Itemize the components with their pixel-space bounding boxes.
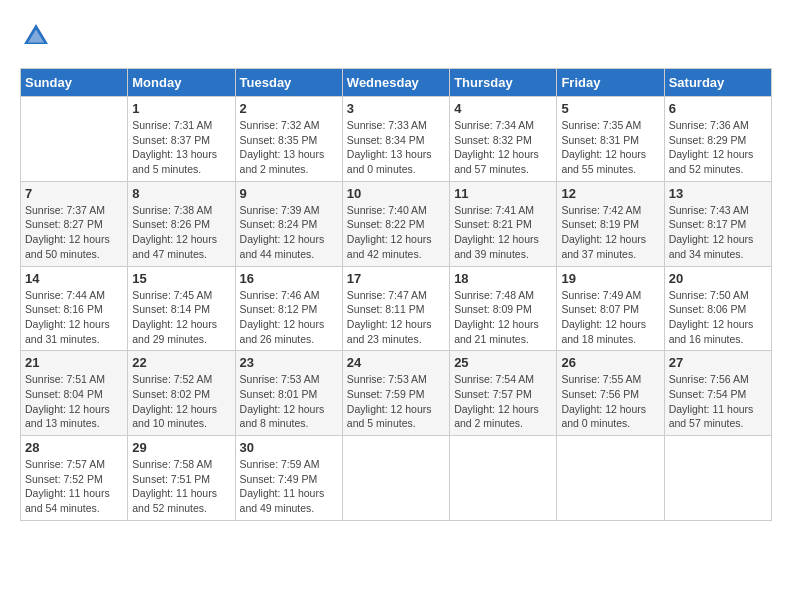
calendar-cell: 13Sunrise: 7:43 AM Sunset: 8:17 PM Dayli… [664,181,771,266]
calendar-cell: 28Sunrise: 7:57 AM Sunset: 7:52 PM Dayli… [21,436,128,521]
calendar-cell: 24Sunrise: 7:53 AM Sunset: 7:59 PM Dayli… [342,351,449,436]
calendar-cell: 8Sunrise: 7:38 AM Sunset: 8:26 PM Daylig… [128,181,235,266]
day-info: Sunrise: 7:51 AM Sunset: 8:04 PM Dayligh… [25,372,123,431]
calendar-cell: 20Sunrise: 7:50 AM Sunset: 8:06 PM Dayli… [664,266,771,351]
calendar-cell: 16Sunrise: 7:46 AM Sunset: 8:12 PM Dayli… [235,266,342,351]
calendar-cell: 14Sunrise: 7:44 AM Sunset: 8:16 PM Dayli… [21,266,128,351]
calendar-cell [21,97,128,182]
day-header-sunday: Sunday [21,69,128,97]
day-number: 17 [347,271,445,286]
day-number: 11 [454,186,552,201]
day-info: Sunrise: 7:31 AM Sunset: 8:37 PM Dayligh… [132,118,230,177]
day-info: Sunrise: 7:48 AM Sunset: 8:09 PM Dayligh… [454,288,552,347]
day-number: 10 [347,186,445,201]
day-info: Sunrise: 7:40 AM Sunset: 8:22 PM Dayligh… [347,203,445,262]
day-info: Sunrise: 7:35 AM Sunset: 8:31 PM Dayligh… [561,118,659,177]
day-header-monday: Monday [128,69,235,97]
day-number: 12 [561,186,659,201]
logo [20,20,58,52]
days-header-row: SundayMondayTuesdayWednesdayThursdayFrid… [21,69,772,97]
calendar-table: SundayMondayTuesdayWednesdayThursdayFrid… [20,68,772,521]
calendar-cell: 21Sunrise: 7:51 AM Sunset: 8:04 PM Dayli… [21,351,128,436]
calendar-cell: 25Sunrise: 7:54 AM Sunset: 7:57 PM Dayli… [450,351,557,436]
day-info: Sunrise: 7:37 AM Sunset: 8:27 PM Dayligh… [25,203,123,262]
day-number: 1 [132,101,230,116]
day-info: Sunrise: 7:56 AM Sunset: 7:54 PM Dayligh… [669,372,767,431]
day-header-friday: Friday [557,69,664,97]
calendar-cell: 12Sunrise: 7:42 AM Sunset: 8:19 PM Dayli… [557,181,664,266]
day-info: Sunrise: 7:59 AM Sunset: 7:49 PM Dayligh… [240,457,338,516]
day-info: Sunrise: 7:44 AM Sunset: 8:16 PM Dayligh… [25,288,123,347]
day-info: Sunrise: 7:45 AM Sunset: 8:14 PM Dayligh… [132,288,230,347]
day-number: 24 [347,355,445,370]
week-row-1: 1Sunrise: 7:31 AM Sunset: 8:37 PM Daylig… [21,97,772,182]
day-info: Sunrise: 7:33 AM Sunset: 8:34 PM Dayligh… [347,118,445,177]
day-number: 8 [132,186,230,201]
day-number: 20 [669,271,767,286]
page-header [20,20,772,52]
day-number: 29 [132,440,230,455]
day-number: 16 [240,271,338,286]
day-number: 18 [454,271,552,286]
calendar-cell: 1Sunrise: 7:31 AM Sunset: 8:37 PM Daylig… [128,97,235,182]
day-number: 27 [669,355,767,370]
calendar-cell: 26Sunrise: 7:55 AM Sunset: 7:56 PM Dayli… [557,351,664,436]
calendar-cell: 15Sunrise: 7:45 AM Sunset: 8:14 PM Dayli… [128,266,235,351]
day-number: 25 [454,355,552,370]
day-info: Sunrise: 7:38 AM Sunset: 8:26 PM Dayligh… [132,203,230,262]
calendar-cell: 3Sunrise: 7:33 AM Sunset: 8:34 PM Daylig… [342,97,449,182]
week-row-2: 7Sunrise: 7:37 AM Sunset: 8:27 PM Daylig… [21,181,772,266]
day-number: 13 [669,186,767,201]
calendar-cell: 4Sunrise: 7:34 AM Sunset: 8:32 PM Daylig… [450,97,557,182]
calendar-cell: 22Sunrise: 7:52 AM Sunset: 8:02 PM Dayli… [128,351,235,436]
day-number: 28 [25,440,123,455]
day-number: 23 [240,355,338,370]
day-info: Sunrise: 7:46 AM Sunset: 8:12 PM Dayligh… [240,288,338,347]
day-info: Sunrise: 7:50 AM Sunset: 8:06 PM Dayligh… [669,288,767,347]
day-info: Sunrise: 7:32 AM Sunset: 8:35 PM Dayligh… [240,118,338,177]
calendar-cell: 29Sunrise: 7:58 AM Sunset: 7:51 PM Dayli… [128,436,235,521]
day-number: 22 [132,355,230,370]
day-info: Sunrise: 7:53 AM Sunset: 8:01 PM Dayligh… [240,372,338,431]
day-number: 6 [669,101,767,116]
calendar-cell: 17Sunrise: 7:47 AM Sunset: 8:11 PM Dayli… [342,266,449,351]
week-row-4: 21Sunrise: 7:51 AM Sunset: 8:04 PM Dayli… [21,351,772,436]
day-number: 7 [25,186,123,201]
calendar-cell: 19Sunrise: 7:49 AM Sunset: 8:07 PM Dayli… [557,266,664,351]
day-number: 30 [240,440,338,455]
calendar-cell: 10Sunrise: 7:40 AM Sunset: 8:22 PM Dayli… [342,181,449,266]
calendar-cell [342,436,449,521]
calendar-cell: 5Sunrise: 7:35 AM Sunset: 8:31 PM Daylig… [557,97,664,182]
calendar-cell: 9Sunrise: 7:39 AM Sunset: 8:24 PM Daylig… [235,181,342,266]
day-header-wednesday: Wednesday [342,69,449,97]
day-info: Sunrise: 7:49 AM Sunset: 8:07 PM Dayligh… [561,288,659,347]
calendar-cell: 23Sunrise: 7:53 AM Sunset: 8:01 PM Dayli… [235,351,342,436]
calendar-cell: 11Sunrise: 7:41 AM Sunset: 8:21 PM Dayli… [450,181,557,266]
calendar-cell: 6Sunrise: 7:36 AM Sunset: 8:29 PM Daylig… [664,97,771,182]
day-number: 14 [25,271,123,286]
day-info: Sunrise: 7:39 AM Sunset: 8:24 PM Dayligh… [240,203,338,262]
day-info: Sunrise: 7:42 AM Sunset: 8:19 PM Dayligh… [561,203,659,262]
calendar-cell [664,436,771,521]
day-number: 9 [240,186,338,201]
day-info: Sunrise: 7:57 AM Sunset: 7:52 PM Dayligh… [25,457,123,516]
day-info: Sunrise: 7:52 AM Sunset: 8:02 PM Dayligh… [132,372,230,431]
day-number: 4 [454,101,552,116]
day-info: Sunrise: 7:41 AM Sunset: 8:21 PM Dayligh… [454,203,552,262]
calendar-cell: 30Sunrise: 7:59 AM Sunset: 7:49 PM Dayli… [235,436,342,521]
day-number: 5 [561,101,659,116]
day-info: Sunrise: 7:55 AM Sunset: 7:56 PM Dayligh… [561,372,659,431]
day-header-thursday: Thursday [450,69,557,97]
week-row-5: 28Sunrise: 7:57 AM Sunset: 7:52 PM Dayli… [21,436,772,521]
calendar-cell: 18Sunrise: 7:48 AM Sunset: 8:09 PM Dayli… [450,266,557,351]
day-number: 26 [561,355,659,370]
day-info: Sunrise: 7:34 AM Sunset: 8:32 PM Dayligh… [454,118,552,177]
calendar-cell [557,436,664,521]
day-number: 21 [25,355,123,370]
day-number: 3 [347,101,445,116]
day-info: Sunrise: 7:36 AM Sunset: 8:29 PM Dayligh… [669,118,767,177]
calendar-cell: 2Sunrise: 7:32 AM Sunset: 8:35 PM Daylig… [235,97,342,182]
day-info: Sunrise: 7:58 AM Sunset: 7:51 PM Dayligh… [132,457,230,516]
week-row-3: 14Sunrise: 7:44 AM Sunset: 8:16 PM Dayli… [21,266,772,351]
logo-icon [20,20,52,52]
